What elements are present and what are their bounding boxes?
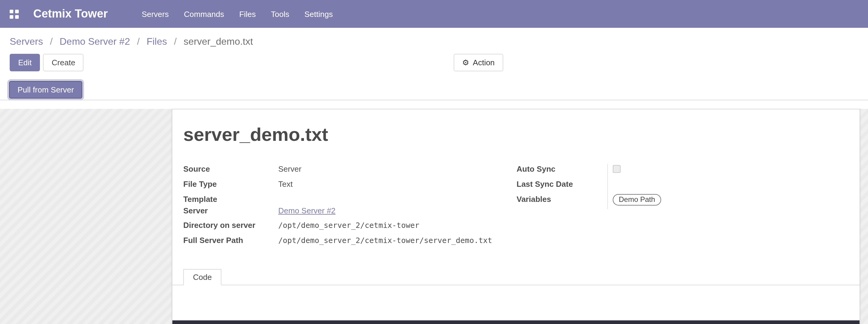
apps-menu-icon-square [15,15,19,19]
nav-item-tools[interactable]: Tools [271,9,289,19]
nav-menu: Servers Commands Files Tools Settings [142,9,333,19]
field-value-server-link[interactable]: Demo Server #2 [278,205,335,217]
notebook-tabs: Code [173,269,860,285]
field-row-template: Template [183,194,510,205]
field-label-source: Source [183,164,278,175]
field-row-last-sync-date: Last Sync Date [517,179,847,194]
breadcrumb-link-files[interactable]: Files [147,36,167,46]
breadcrumb-separator: / [50,36,53,46]
field-row-source: Source Server [183,164,510,179]
field-row-auto-sync: Auto Sync [517,164,847,179]
breadcrumb-separator: / [137,36,140,46]
buttons-row: Edit Create ⚙ Action [0,54,868,79]
field-value-last-sync-date [607,179,680,194]
field-label-variables: Variables [517,194,607,205]
tab-code[interactable]: Code [183,269,221,285]
apps-menu-icon-square [15,9,19,13]
field-label-auto-sync: Auto Sync [517,164,607,175]
field-row-full-server-path: Full Server Path /opt/demo_server_2/cetm… [183,235,510,250]
field-label-template: Template [183,194,278,205]
breadcrumb-separator: / [174,36,177,46]
field-value-auto-sync [607,164,680,179]
statusbar: Pull from Server [0,79,868,100]
breadcrumb-link-servers[interactable]: Servers [10,36,43,46]
field-value-full-server-path: /opt/demo_server_2/cetmix-tower/server_d… [278,235,492,246]
field-row-directory: Directory on server /opt/demo_server_2/c… [183,220,510,235]
apps-menu-icon[interactable] [10,9,19,19]
breadcrumb-link-demo-server[interactable]: Demo Server #2 [60,36,130,46]
record-title: server_demo.txt [183,124,847,146]
page: Cetmix Tower Servers Commands Files Tool… [0,0,868,324]
field-label-last-sync-date: Last Sync Date [517,179,607,190]
control-panel: Servers / Demo Server #2 / Files / serve… [0,28,868,79]
pull-from-server-button[interactable]: Pull from Server [9,81,82,99]
variable-tag-demo-path: Demo Path [613,194,661,205]
field-label-server: Server [183,205,278,217]
field-row-variables: Variables Demo Path [517,194,847,209]
field-row-server: Server Demo Server #2 [183,205,510,220]
field-label-directory: Directory on server [183,220,278,231]
nav-item-files[interactable]: Files [239,9,256,19]
nav-item-servers[interactable]: Servers [142,9,169,19]
gear-icon: ⚙ [462,58,469,68]
field-label-file-type: File Type [183,179,278,190]
edit-button[interactable]: Edit [10,54,40,71]
field-value-directory: /opt/demo_server_2/cetmix-tower [278,220,420,231]
form-sheet: server_demo.txt Source Server File Type … [172,109,860,324]
field-value-file-type: Text [278,179,293,190]
code-editor-top-edge [173,320,860,324]
field-label-full-server-path: Full Server Path [183,235,278,246]
breadcrumb-current: server_demo.txt [184,36,253,46]
nav-item-commands[interactable]: Commands [184,9,224,19]
app-brand[interactable]: Cetmix Tower [33,7,108,21]
auto-sync-checkbox [613,165,621,173]
top-nav: Cetmix Tower Servers Commands Files Tool… [0,0,868,28]
field-group-right: Auto Sync Last Sync Date Variables Demo … [517,164,847,250]
content-area: server_demo.txt Source Server File Type … [0,109,868,324]
apps-menu-icon-square [10,15,13,19]
action-button[interactable]: ⚙ Action [454,54,503,71]
field-row-file-type: File Type Text [183,179,510,194]
field-value-source: Server [278,164,302,175]
create-button[interactable]: Create [43,54,84,71]
breadcrumb: Servers / Demo Server #2 / Files / serve… [0,28,868,54]
action-button-label: Action [473,58,495,68]
apps-menu-icon-square [10,9,13,13]
field-group-left: Source Server File Type Text Template Se… [183,164,510,250]
tab-content-code [183,285,847,320]
field-groups: Source Server File Type Text Template Se… [183,164,847,250]
nav-item-settings[interactable]: Settings [305,9,333,19]
field-value-variables: Demo Path [607,194,680,209]
